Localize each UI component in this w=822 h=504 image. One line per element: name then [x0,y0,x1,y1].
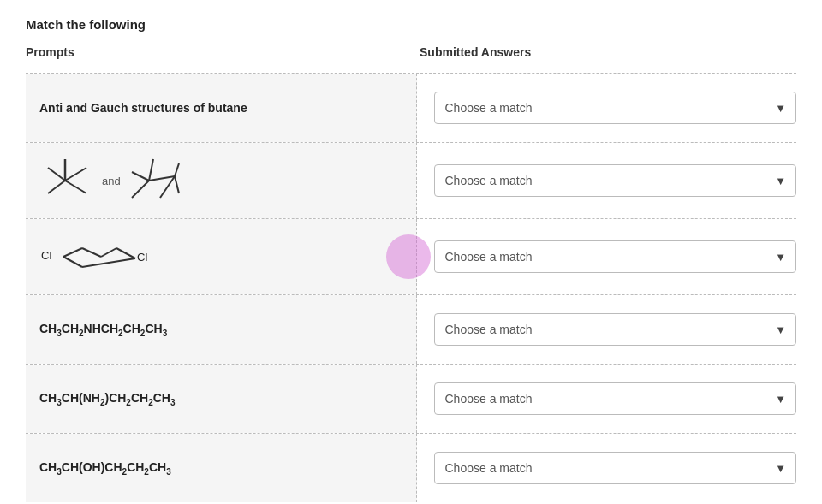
choose-match-select-3[interactable]: Choose a match [434,240,797,273]
svg-line-18 [82,258,135,267]
prompt-cell-1: Anti and Gauch structures of butane [26,74,417,142]
answer-cell-6[interactable]: Choose a match ▼ [434,434,797,502]
svg-line-13 [63,248,82,257]
formula-4: CH3CH2NHCH2CH2CH3 [39,322,167,338]
formula-6: CH3CH(OH)CH2CH2CH3 [39,460,171,477]
choose-match-select-1[interactable]: Choose a match [434,92,797,124]
match-row: CH3CH2NHCH2CH2CH3 Choose a match ▼ [26,294,796,364]
prompt-cell-2: and [26,143,417,218]
answer-cell-1[interactable]: Choose a match ▼ [434,74,797,142]
answer-cell-5[interactable]: Choose a match ▼ [434,365,797,433]
prompt-text-1: Anti and Gauch structures of butane [39,101,247,115]
svg-text:Cl: Cl [41,249,51,262]
chloro-cyclohexane-icon: Cl Cl [39,231,159,282]
answer-cell-2[interactable]: Choose a match ▼ [434,143,797,218]
match-row: and Choose a match ▼ [26,142,796,218]
svg-line-15 [101,248,116,257]
svg-line-2 [48,168,65,181]
svg-line-6 [149,176,175,181]
prompt-cell-5: CH3CH(NH2)CH2CH2CH3 [26,365,417,433]
svg-line-9 [132,172,149,181]
molecule-diagram: and [39,155,183,206]
formula-5: CH3CH(NH2)CH2CH2CH3 [39,391,176,407]
section-title: Match the following [26,17,796,32]
prompt-cell-6: CH3CH(OH)CH2CH2CH3 [26,434,417,502]
answer-cell-4[interactable]: Choose a match ▼ [434,295,797,364]
choose-match-select-5[interactable]: Choose a match [434,382,797,415]
svg-line-17 [63,257,82,267]
prompt-cell-3: Cl Cl [26,219,417,294]
answers-header: Submitted Answers [420,45,796,64]
svg-line-10 [175,176,179,193]
svg-line-7 [175,163,179,176]
svg-line-16 [116,248,135,258]
sawhorse-left-icon [39,155,95,206]
prompt-cell-4: CH3CH2NHCH2CH2CH3 [26,295,417,364]
choose-match-select-2[interactable]: Choose a match [434,164,797,197]
svg-line-4 [65,168,86,181]
answer-cell-3[interactable]: Choose a match ▼ [434,219,797,294]
and-label: and [102,175,121,187]
svg-text:Cl: Cl [137,251,147,264]
svg-line-8 [149,159,153,181]
svg-line-14 [82,248,101,257]
match-row: CH3CH(OH)CH2CH2CH3 Choose a match ▼ [26,433,796,502]
match-row: Cl Cl Choose a match ▼ [26,218,796,294]
svg-line-11 [160,176,175,198]
choose-match-select-4[interactable]: Choose a match [434,313,797,346]
svg-line-5 [132,181,149,198]
prompts-header: Prompts [26,45,402,64]
match-row: Anti and Gauch structures of butane Choo… [26,73,796,142]
match-row: CH3CH(NH2)CH2CH2CH3 Choose a match ▼ [26,364,796,433]
svg-line-1 [65,181,86,193]
choose-match-select-6[interactable]: Choose a match [434,452,797,484]
sawhorse-right-icon [128,155,183,206]
svg-line-0 [48,181,65,193]
